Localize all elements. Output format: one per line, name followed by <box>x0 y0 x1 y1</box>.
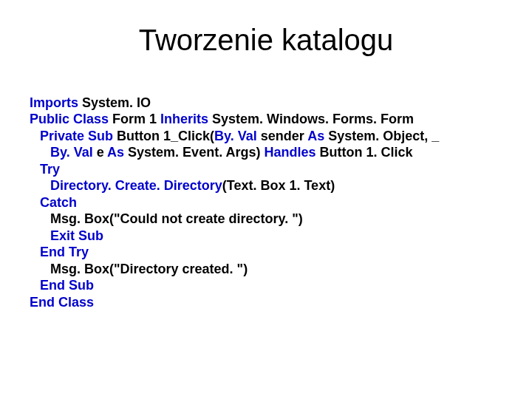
code-line-5: Try <box>30 161 60 178</box>
keyword-byval: By. Val <box>50 145 93 160</box>
code-line-3: Private Sub Button 1_Click(By. Val sende… <box>30 128 439 145</box>
slide-title: Tworzenie katalogu <box>30 24 502 57</box>
code-line-8: Msg. Box("Could not create directory. ") <box>30 211 303 228</box>
code-line-12: End Sub <box>30 277 94 294</box>
keyword-try: Try <box>40 162 60 177</box>
code-line-10: End Try <box>30 244 89 261</box>
keyword-catch: Catch <box>40 195 77 210</box>
code-block: Imports System. IO Public Class Form 1 I… <box>30 78 502 327</box>
keyword-end-class: End Class <box>30 295 94 310</box>
code-line-9: Exit Sub <box>30 228 103 245</box>
code-text: e <box>93 145 107 160</box>
code-text: Msg. Box("Directory created. ") <box>50 262 248 276</box>
keyword-byval: By. Val <box>214 129 257 143</box>
code-text: (Text. Box 1. Text) <box>222 178 335 193</box>
keyword-exit-sub: Exit Sub <box>50 228 103 243</box>
keyword-end-try: End Try <box>40 245 89 259</box>
keyword-inherits: Inherits <box>160 112 208 126</box>
keyword-as: As <box>307 129 324 143</box>
keyword-public-class: Public Class <box>30 112 109 126</box>
code-line-2: Public Class Form 1 Inherits System. Win… <box>30 112 414 126</box>
code-text: System. IO <box>78 95 151 110</box>
code-line-11: Msg. Box("Directory created. ") <box>30 261 248 278</box>
keyword-imports: Imports <box>30 95 78 110</box>
slide: Tworzenie katalogu Imports System. IO Pu… <box>0 0 532 399</box>
keyword-directory-create: Directory. Create. Directory <box>50 178 222 193</box>
code-line-6: Directory. Create. Directory(Text. Box 1… <box>30 177 335 194</box>
code-text: System. Windows. Forms. Form <box>208 112 414 126</box>
keyword-end-sub: End Sub <box>40 278 94 293</box>
code-text: System. Event. Args) <box>124 145 264 160</box>
code-line-7: Catch <box>30 194 77 211</box>
code-text: System. Object, _ <box>324 129 439 143</box>
code-text: sender <box>257 129 307 143</box>
code-text: Button 1. Click <box>316 145 413 160</box>
code-text: Form 1 <box>109 112 160 126</box>
keyword-private-sub: Private Sub <box>40 129 113 143</box>
code-line-13: End Class <box>30 295 94 310</box>
keyword-as: As <box>107 145 124 160</box>
code-text: Msg. Box("Could not create directory. ") <box>50 211 303 226</box>
code-text: Button 1_Click( <box>113 129 214 143</box>
code-line-1: Imports System. IO <box>30 95 151 110</box>
keyword-handles: Handles <box>264 145 316 160</box>
code-line-4: By. Val e As System. Event. Args) Handle… <box>30 144 413 161</box>
